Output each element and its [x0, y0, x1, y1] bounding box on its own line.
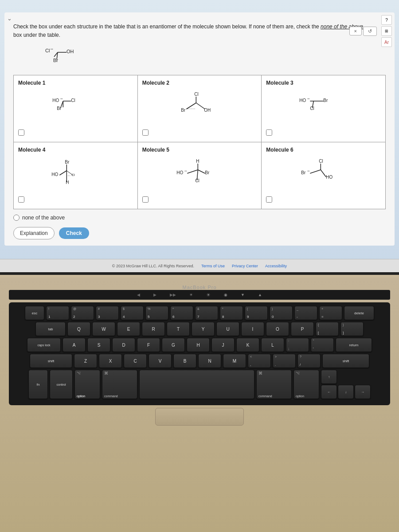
key-u[interactable]: U	[216, 322, 239, 336]
key-quote[interactable]: "'	[311, 338, 334, 352]
key-esc[interactable]: esc	[25, 306, 44, 320]
molecule-table: Molecule 1 HO "" Cl Br	[13, 75, 386, 209]
key-semicolon[interactable]: :;	[286, 338, 309, 352]
key-z[interactable]: Z	[74, 354, 97, 368]
trackpad-area	[9, 408, 390, 426]
key-comma[interactable]: <,	[248, 354, 271, 368]
z-row: shift Z X C V B N M <, >. ?/ shift	[12, 354, 387, 368]
key-4[interactable]: $4	[121, 306, 144, 320]
key-j[interactable]: J	[211, 338, 235, 352]
key-t[interactable]: T	[167, 322, 190, 336]
key-9[interactable]: (9	[245, 306, 268, 320]
terms-link[interactable]: Terms of Use	[201, 264, 225, 268]
key-delete[interactable]: delete	[344, 306, 374, 320]
key-tab[interactable]: tab	[35, 322, 66, 336]
key-w[interactable]: W	[92, 322, 115, 336]
molecule-1-checkbox[interactable]	[18, 129, 24, 136]
key-lbracket[interactable]: {[	[316, 322, 339, 336]
key-0[interactable]: )0	[270, 306, 293, 320]
key-y[interactable]: Y	[192, 322, 215, 336]
key-q[interactable]: Q	[67, 322, 90, 336]
key-command-left[interactable]: ⌘ command	[102, 370, 137, 399]
key-arrow-up[interactable]: ↑	[321, 370, 337, 384]
molecule-6-cell: Molecule 6 Cl Br "" HO	[262, 142, 386, 209]
macbook-label: MacBook Pro	[9, 285, 390, 290]
key-k[interactable]: K	[236, 338, 259, 352]
arrow-keys: ↑ ← ↓ →	[321, 370, 371, 399]
svg-line-39	[187, 170, 198, 173]
svg-text:OH: OH	[66, 49, 74, 54]
key-arrow-down[interactable]: ↓	[338, 385, 354, 399]
key-5[interactable]: %5	[145, 306, 168, 320]
key-d[interactable]: D	[112, 338, 135, 352]
key-x[interactable]: X	[99, 354, 122, 368]
screen: ⌄ × ↺ ? ⊞ Ar Check the box under each st…	[0, 0, 399, 275]
key-o[interactable]: O	[266, 322, 289, 336]
svg-text:OH: OH	[204, 108, 211, 113]
macbook-body: MacBook Pro ◀ ▶ ▶▶ ☀ ☀ ◉ ▼ ▲ esc !1 @2	[0, 278, 399, 532]
key-2[interactable]: @2	[71, 306, 94, 320]
molecule-3-checkbox[interactable]	[266, 129, 272, 136]
q-row: tab Q W E R T Y U I O P {[ }]	[12, 322, 387, 336]
collapse-chevron[interactable]: ⌄	[7, 15, 12, 22]
key-l[interactable]: L	[261, 338, 284, 352]
trackpad[interactable]	[155, 408, 244, 426]
key-v[interactable]: V	[149, 354, 172, 368]
key-control[interactable]: control	[50, 370, 73, 399]
question-text: Check the box under each structure in th…	[13, 22, 386, 39]
key-n[interactable]: N	[198, 354, 221, 368]
key-1[interactable]: !1	[46, 306, 69, 320]
none-above-radio[interactable]	[13, 215, 20, 221]
key-arrow-left[interactable]: ←	[321, 385, 337, 399]
key-m[interactable]: M	[223, 354, 246, 368]
key-caps[interactable]: caps lock	[27, 338, 61, 352]
key-rbracket[interactable]: }]	[340, 322, 364, 336]
a-row: caps lock A S D F G H J K L :; "' return	[12, 338, 387, 352]
key-return[interactable]: return	[336, 338, 372, 352]
privacy-link[interactable]: Privacy Center	[232, 264, 258, 268]
help-icon[interactable]: ?	[381, 15, 392, 25]
key-3[interactable]: #3	[96, 306, 119, 320]
table-icon[interactable]: ⊞	[381, 26, 392, 36]
key-slash[interactable]: ?/	[297, 354, 321, 368]
key-shift-left[interactable]: shift	[30, 354, 72, 368]
periodic-table-icon[interactable]: Ar	[381, 37, 392, 47]
key-i[interactable]: I	[241, 322, 264, 336]
undo-button[interactable]: ↺	[363, 27, 377, 36]
close-button[interactable]: ×	[349, 27, 362, 35]
key-command-right[interactable]: ⌘ command	[256, 370, 292, 399]
key-period[interactable]: >.	[273, 354, 296, 368]
molecule-5-checkbox[interactable]	[142, 196, 149, 203]
svg-text:"": ""	[308, 170, 310, 173]
key-8[interactable]: *8	[220, 306, 243, 320]
molecule-4-checkbox[interactable]	[18, 196, 24, 203]
key-option-left[interactable]: ⌥ option option	[74, 370, 100, 399]
svg-text:"": ""	[51, 48, 53, 52]
key-a[interactable]: A	[63, 338, 86, 352]
reference-molecule: Cl "" OH Br	[44, 43, 386, 70]
key-g[interactable]: G	[162, 338, 185, 352]
key-option-right[interactable]: ⌥ option	[293, 370, 319, 399]
key-arrow-right[interactable]: →	[355, 385, 371, 399]
key-e[interactable]: E	[117, 322, 140, 336]
key-c[interactable]: C	[124, 354, 147, 368]
key-shift-right[interactable]: shift	[322, 354, 369, 368]
explanation-button[interactable]: Explanation	[13, 227, 55, 239]
key-f[interactable]: F	[137, 338, 160, 352]
key-p[interactable]: P	[291, 322, 314, 336]
molecule-4-cell: Molecule 4 Br HO ... Cl H	[14, 142, 138, 209]
key-r[interactable]: R	[142, 322, 165, 336]
key-fn[interactable]: fn	[28, 370, 48, 399]
accessibility-link[interactable]: Accessibility	[265, 264, 287, 268]
molecule-2-checkbox[interactable]	[142, 129, 149, 136]
key-6[interactable]: ^6	[170, 306, 193, 320]
key-b[interactable]: B	[173, 354, 196, 368]
key-7[interactable]: &7	[195, 306, 218, 320]
molecule-6-checkbox[interactable]	[266, 196, 272, 203]
key-minus[interactable]: _-	[294, 306, 317, 320]
key-space[interactable]	[139, 370, 254, 399]
key-s[interactable]: S	[87, 338, 110, 352]
check-button[interactable]: Check	[59, 227, 89, 239]
key-equals[interactable]: +=	[319, 306, 342, 320]
key-h[interactable]: H	[187, 338, 210, 352]
